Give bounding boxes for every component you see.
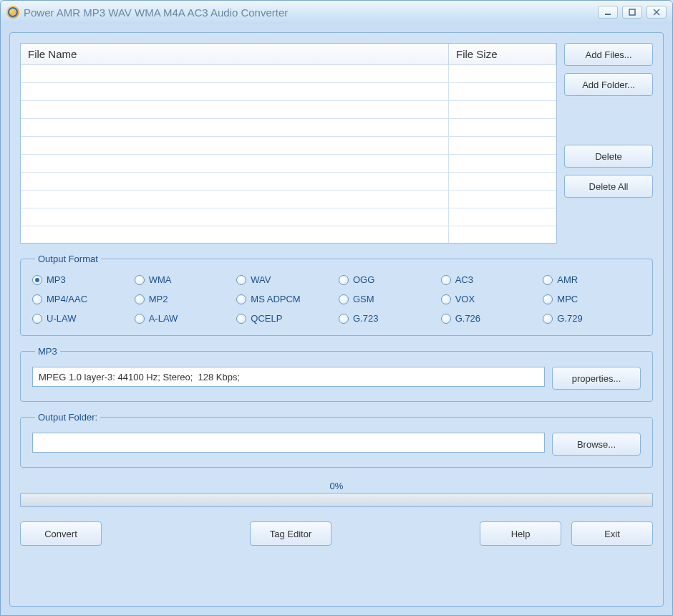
radio-label: AMR [557, 274, 578, 285]
format-radio-g-726[interactable]: G.726 [441, 313, 539, 324]
radio-icon [339, 314, 349, 324]
radio-icon [441, 314, 451, 324]
delete-button[interactable]: Delete [564, 145, 653, 168]
radio-icon [236, 294, 246, 304]
progress-bar [20, 493, 653, 507]
table-row[interactable] [21, 119, 556, 137]
radio-label: AC3 [455, 274, 473, 285]
table-row[interactable] [21, 137, 556, 155]
properties-button[interactable]: properties... [552, 367, 641, 390]
radio-icon [236, 275, 246, 285]
progress-section: 0% [20, 481, 653, 507]
app-icon [6, 6, 19, 19]
column-header-name[interactable]: File Name [21, 44, 449, 64]
output-format-legend: Output Format [35, 254, 101, 264]
tag-editor-button[interactable]: Tag Editor [250, 521, 331, 546]
radio-icon [339, 275, 349, 285]
codec-legend: MP3 [35, 346, 60, 357]
close-button[interactable] [647, 6, 667, 19]
format-radio-grid: MP3WMAWAVOGGAC3AMRMP4/AACMP2MS ADPCMGSMV… [32, 274, 641, 324]
output-folder-group: Output Folder: Browse... [20, 412, 653, 468]
convert-button[interactable]: Convert [20, 521, 102, 546]
radio-icon [32, 275, 42, 285]
table-row[interactable] [21, 65, 556, 83]
format-radio-mp4-aac[interactable]: MP4/AAC [32, 294, 130, 304]
output-folder-legend: Output Folder: [35, 412, 100, 423]
radio-label: A-LAW [149, 313, 178, 324]
format-radio-ms-adpcm[interactable]: MS ADPCM [236, 294, 334, 304]
radio-icon [236, 314, 246, 324]
radio-icon [135, 275, 145, 285]
codec-row: properties... [32, 367, 641, 390]
client-area: File Name File Size Add Files... Add Fol… [1, 24, 672, 615]
format-radio-wav[interactable]: WAV [236, 274, 334, 285]
radio-icon [441, 294, 451, 304]
minimize-button[interactable] [598, 6, 618, 19]
browse-button[interactable]: Browse... [552, 433, 641, 456]
help-button[interactable]: Help [480, 521, 561, 546]
radio-icon [32, 314, 42, 324]
output-folder-field[interactable] [32, 433, 545, 453]
format-radio-qcelp[interactable]: QCELP [236, 313, 334, 324]
radio-icon [32, 294, 42, 304]
radio-label: MPC [557, 294, 578, 304]
add-folder-button[interactable]: Add Folder... [564, 73, 653, 96]
format-radio-g-729[interactable]: G.729 [543, 313, 641, 324]
format-radio-mpc[interactable]: MPC [543, 294, 641, 304]
file-section: File Name File Size Add Files... Add Fol… [20, 43, 653, 244]
app-window: Power AMR MP3 WAV WMA M4A AC3 Audio Conv… [0, 0, 673, 616]
table-row[interactable] [21, 155, 556, 173]
radio-label: G.729 [557, 313, 582, 324]
table-row[interactable] [21, 173, 556, 191]
format-radio-gsm[interactable]: GSM [339, 294, 437, 304]
radio-label: VOX [455, 294, 475, 304]
format-radio-a-law[interactable]: A-LAW [135, 313, 233, 324]
exit-button[interactable]: Exit [571, 521, 653, 546]
format-radio-vox[interactable]: VOX [441, 294, 539, 304]
format-radio-ac3[interactable]: AC3 [441, 274, 539, 285]
format-radio-ogg[interactable]: OGG [339, 274, 437, 285]
format-radio-wma[interactable]: WMA [135, 274, 233, 285]
table-row[interactable] [21, 101, 556, 119]
format-radio-mp2[interactable]: MP2 [135, 294, 233, 304]
radio-label: MS ADPCM [251, 294, 300, 304]
close-icon [652, 8, 661, 16]
maximize-icon [628, 8, 636, 16]
radio-label: MP2 [149, 294, 168, 304]
column-header-size[interactable]: File Size [449, 44, 556, 64]
file-list-table[interactable]: File Name File Size [20, 43, 557, 244]
radio-label: G.723 [353, 313, 378, 324]
radio-icon [441, 275, 451, 285]
radio-label: U-LAW [47, 313, 76, 324]
table-header: File Name File Size [21, 44, 556, 65]
maximize-button[interactable] [622, 6, 642, 19]
add-files-button[interactable]: Add Files... [564, 43, 653, 66]
radio-label: MP4/AAC [47, 294, 87, 304]
format-radio-g-723[interactable]: G.723 [339, 313, 437, 324]
codec-info-field[interactable] [32, 367, 545, 387]
radio-label: GSM [353, 294, 374, 304]
format-radio-u-law[interactable]: U-LAW [32, 313, 130, 324]
table-row[interactable] [21, 191, 556, 208]
format-radio-mp3[interactable]: MP3 [32, 274, 130, 285]
bottom-button-row: Convert Tag Editor Help Exit [20, 521, 653, 546]
table-row[interactable] [21, 83, 556, 101]
radio-label: OGG [353, 274, 374, 285]
radio-icon [543, 294, 553, 304]
codec-group: MP3 properties... [20, 346, 653, 402]
format-radio-amr[interactable]: AMR [543, 274, 641, 285]
progress-label: 0% [330, 481, 344, 491]
svg-rect-1 [629, 9, 635, 15]
table-body[interactable] [21, 65, 556, 243]
table-row[interactable] [21, 208, 556, 226]
titlebar[interactable]: Power AMR MP3 WAV WMA M4A AC3 Audio Conv… [1, 1, 672, 24]
spacer [564, 103, 653, 138]
table-row[interactable] [21, 226, 556, 243]
main-panel: File Name File Size Add Files... Add Fol… [9, 32, 664, 607]
output-folder-row: Browse... [32, 433, 641, 456]
radio-label: G.726 [455, 313, 480, 324]
file-action-buttons: Add Files... Add Folder... Delete Delete… [564, 43, 653, 244]
radio-label: MP3 [47, 274, 66, 285]
delete-all-button[interactable]: Delete All [564, 175, 653, 198]
minimize-icon [604, 8, 612, 16]
